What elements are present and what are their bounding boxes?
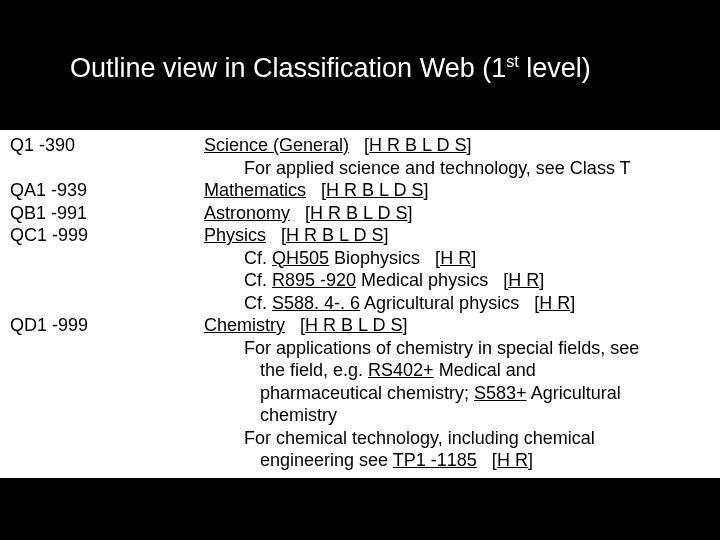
slide: Outline view in Classification Web (1st … [0,0,720,540]
entry-row: QB1 -991Astronomy [H R B L D S] [0,202,720,225]
note-text: engineering see TP1 -1185 [H R] [204,449,720,472]
bracket: [H R B L D S] [305,203,412,223]
note-text: For applied science and technology, see … [204,157,720,180]
subject-link[interactable]: Physics [204,225,266,245]
cf-body: Cf. S588. 4-. 6 Agricultural physics [H … [204,292,720,315]
title-sup: st [506,52,519,70]
bracket: [H R] [534,293,575,313]
entry-body: Physics [H R B L D S] [204,224,720,247]
bracket: [H R B L D S] [300,315,407,335]
cf-body: Cf. QH505 Biophysics [H R] [204,247,720,270]
entry-body: Chemistry [H R B L D S] [204,314,720,337]
class-code: QC1 -999 [0,224,204,247]
bracket: [H R] [435,248,476,268]
ref-link[interactable]: TP1 -1185 [393,450,477,470]
bracket-letters[interactable]: H R B L D S [369,135,466,155]
note-row: For applied science and technology, see … [0,157,720,180]
bracket-letters[interactable]: H R [539,293,570,313]
entry-row: QC1 -999Physics [H R B L D S] [0,224,720,247]
bracket-letters[interactable]: H R B L D S [286,225,383,245]
slide-title: Outline view in Classification Web (1st … [70,52,680,84]
subject-link[interactable]: Chemistry [204,315,285,335]
cf-body: Cf. R895 -920 Medical physics [H R] [204,269,720,292]
title-suffix: level) [519,53,591,83]
class-code: Q1 -390 [0,134,204,157]
ref-link[interactable]: RS402+ [368,360,434,380]
entry-row: QA1 -939Mathematics [H R B L D S] [0,179,720,202]
bracket: [H R B L D S] [281,225,388,245]
bracket: [H R B L D S] [364,135,471,155]
entry-body: Mathematics [H R B L D S] [204,179,720,202]
cf-ref[interactable]: S588. 4-. 6 [272,293,360,313]
bracket: [H R] [492,450,533,470]
bracket-letters[interactable]: H R [508,270,539,290]
cf-ref[interactable]: QH505 [272,248,329,268]
note-text: For chemical technology, including chemi… [204,427,720,450]
ref-link[interactable]: S583+ [474,383,527,403]
bracket-letters[interactable]: H R [497,450,528,470]
classification-panel: Q1 -390Science (General) [H R B L D S]Fo… [0,130,720,478]
subject-link[interactable]: Science (General) [204,135,349,155]
subject-link[interactable]: Astronomy [204,203,290,223]
note-row: For chemical technology, including chemi… [0,427,720,450]
bracket-letters[interactable]: H R B L D S [305,315,402,335]
note-row: engineering see TP1 -1185 [H R] [0,449,720,472]
bracket: [H R] [503,270,544,290]
cf-ref[interactable]: R895 -920 [272,270,356,290]
note-text: the field, e.g. RS402+ Medical and [204,359,720,382]
cf-row: Cf. QH505 Biophysics [H R] [0,247,720,270]
entry-body: Astronomy [H R B L D S] [204,202,720,225]
note-row: pharmaceutical chemistry; S583+ Agricult… [0,382,720,405]
note-text: pharmaceutical chemistry; S583+ Agricult… [204,382,720,405]
bracket: [H R B L D S] [321,180,428,200]
note-text: chemistry [204,404,720,427]
bracket-letters[interactable]: H R [440,248,471,268]
class-code: QD1 -999 [0,314,204,337]
bracket-letters[interactable]: H R B L D S [310,203,407,223]
note-row: chemistry [0,404,720,427]
subject-link[interactable]: Mathematics [204,180,306,200]
class-code: QA1 -939 [0,179,204,202]
note-row: For applications of chemistry in special… [0,337,720,360]
class-code: QB1 -991 [0,202,204,225]
note-text: For applications of chemistry in special… [204,337,720,360]
entry-row: QD1 -999Chemistry [H R B L D S] [0,314,720,337]
bracket-letters[interactable]: H R B L D S [326,180,423,200]
cf-row: Cf. R895 -920 Medical physics [H R] [0,269,720,292]
entry-body: Science (General) [H R B L D S] [204,134,720,157]
title-prefix: Outline view in Classification Web (1 [70,53,506,83]
cf-row: Cf. S588. 4-. 6 Agricultural physics [H … [0,292,720,315]
entry-row: Q1 -390Science (General) [H R B L D S] [0,134,720,157]
note-row: the field, e.g. RS402+ Medical and [0,359,720,382]
